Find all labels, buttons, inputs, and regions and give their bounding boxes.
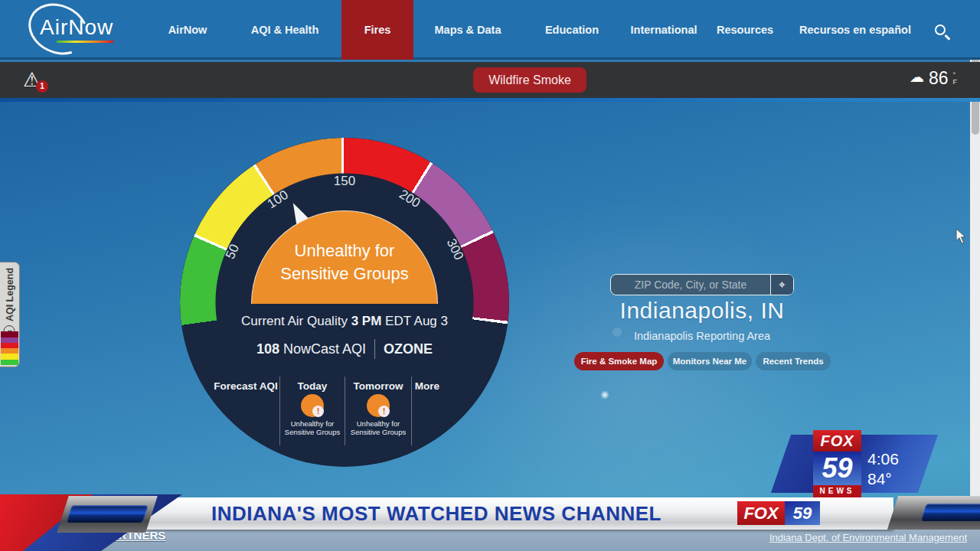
tab-today[interactable]: Today bbox=[298, 380, 328, 392]
cloud-icon: ☁ bbox=[910, 68, 924, 86]
zip-search-input[interactable] bbox=[611, 275, 770, 295]
ticker-right-endcap bbox=[887, 496, 980, 530]
zip-search-box: ⌖ bbox=[610, 274, 794, 295]
channel-number: 59 bbox=[813, 452, 861, 485]
airnow-logo-rainbow-bar bbox=[57, 41, 113, 43]
condition-line2: Sensitive Groups bbox=[344, 428, 413, 436]
aqi-value: 108 bbox=[256, 341, 279, 357]
gauge-category-text: Unhealthy for Sensitive Groups bbox=[253, 240, 436, 285]
fire-smoke-map-button[interactable]: Fire & Smoke Map bbox=[574, 352, 664, 370]
aqi-legend-label-group: ‹ AQI Legend bbox=[4, 268, 15, 337]
tab-more[interactable]: More bbox=[415, 380, 439, 392]
legend-swatch-good bbox=[1, 360, 18, 365]
warning-count-badge: 1 bbox=[36, 80, 48, 93]
alert-bar: ⚠ 1 Wildfire Smoke ☁ 86 ° F bbox=[0, 62, 980, 98]
top-nav-bar: AirNow AirNow AQI & Health Fires Maps & … bbox=[0, 0, 980, 60]
fox59-bug-logo: FOX 59 NEWS bbox=[813, 430, 861, 497]
aqi-legend-tab[interactable]: ‹ AQI Legend bbox=[0, 262, 20, 367]
footer-idem-link[interactable]: Indiana Dept. of Environmental Managemen… bbox=[769, 532, 967, 543]
ticker-fox-logo: FOX bbox=[737, 501, 785, 525]
pollutant-name: OZONE bbox=[384, 341, 433, 357]
legend-swatch-moderate bbox=[1, 354, 18, 359]
tab-forecast-aqi[interactable]: Forecast AQI bbox=[214, 380, 278, 392]
ticker-left-pill bbox=[66, 505, 148, 523]
condition-line1: Unhealthy for bbox=[278, 419, 347, 428]
search-icon bbox=[935, 24, 946, 35]
aqi-legend-swatches bbox=[1, 331, 18, 365]
forecast-icon-today: ! bbox=[301, 394, 324, 417]
divider bbox=[374, 339, 375, 359]
temperature-unit: ° F bbox=[953, 72, 958, 86]
nav-item-resources[interactable]: Resources bbox=[717, 0, 773, 60]
weather-widget[interactable]: ☁ 86 ° F bbox=[910, 68, 957, 89]
broadcast-temperature: 84° bbox=[867, 470, 892, 488]
nav-item-airnow[interactable]: AirNow bbox=[168, 0, 207, 60]
aqi-legend-label: AQI Legend bbox=[4, 268, 15, 321]
city-title: Indianapolis, IN bbox=[564, 298, 840, 324]
exclamation-badge-icon: ! bbox=[378, 406, 390, 417]
forecast-condition-today: Unhealthy for Sensitive Groups bbox=[278, 419, 347, 436]
gauge-tick-150: 150 bbox=[334, 174, 355, 189]
nav-item-recursos[interactable]: Recursos en español bbox=[799, 0, 911, 60]
exclamation-badge-icon: ! bbox=[312, 406, 324, 417]
forecast-condition-tomorrow: Unhealthy for Sensitive Groups bbox=[344, 419, 413, 436]
aqi-gauge: 50 100 150 200 300 Unhealthy for Sensiti… bbox=[180, 138, 509, 467]
fahrenheit-symbol: F bbox=[953, 79, 958, 86]
hero-accent-strip bbox=[0, 98, 980, 102]
nav-item-aqi-health[interactable]: AQI & Health bbox=[251, 0, 319, 60]
nav-item-fires[interactable]: Fires bbox=[364, 0, 391, 60]
lens-flare-sparkle bbox=[600, 390, 609, 399]
locate-me-button[interactable]: ⌖ bbox=[770, 275, 793, 295]
crosshair-icon: ⌖ bbox=[779, 278, 785, 291]
category-line1: Unhealthy for bbox=[253, 240, 436, 262]
legend-swatch-usg bbox=[1, 348, 18, 354]
broadcast-time: 4:06 bbox=[867, 450, 899, 468]
ticker-59-logo: 59 bbox=[785, 501, 820, 525]
aqi-label: NowCast AQI bbox=[283, 341, 366, 357]
current-time: 3 PM bbox=[351, 314, 382, 328]
legend-swatch-unhealthy bbox=[1, 343, 18, 348]
ticker-right-pill bbox=[920, 504, 980, 521]
monitors-near-me-button[interactable]: Monitors Near Me bbox=[668, 352, 752, 370]
ticker-left-endcap bbox=[57, 496, 158, 533]
nowcast-aqi-line: 108 NowCast AQI OZONE bbox=[214, 339, 475, 359]
screen: ▲ ▼ AirNow AirNow AQI & Health Fires Map… bbox=[0, 0, 980, 551]
nav-item-maps-data[interactable]: Maps & Data bbox=[434, 0, 501, 60]
airnow-logo-text: AirNow bbox=[40, 15, 113, 40]
recent-trends-button[interactable]: Recent Trends bbox=[756, 352, 831, 370]
ticker-headline: INDIANA'S MOST WATCHED NEWS CHANNEL bbox=[153, 502, 720, 526]
current-temperature: 86 bbox=[929, 68, 949, 89]
forecast-icon-tomorrow: ! bbox=[367, 394, 390, 417]
current-label: Current Air Quality bbox=[241, 314, 348, 328]
fox-wordmark: FOX bbox=[813, 430, 861, 452]
nav-search-button[interactable] bbox=[935, 0, 946, 60]
reporting-area-label: Indianapolis Reporting Area bbox=[564, 330, 840, 342]
current-air-quality-line: Current Air Quality 3 PM EDT Aug 3 bbox=[222, 314, 467, 329]
condition-line2: Sensitive Groups bbox=[278, 428, 347, 436]
condition-line1: Unhealthy for bbox=[344, 419, 413, 428]
news-wordmark: NEWS bbox=[813, 485, 861, 497]
legend-swatch-very-unhealthy bbox=[1, 337, 18, 343]
airnow-logo[interactable]: AirNow bbox=[21, 3, 136, 57]
nav-item-education[interactable]: Education bbox=[545, 0, 599, 60]
mouse-cursor bbox=[956, 228, 967, 247]
category-line2: Sensitive Groups bbox=[253, 262, 436, 285]
tab-tomorrow[interactable]: Tomorrow bbox=[354, 380, 403, 392]
current-date: EDT Aug 3 bbox=[385, 314, 448, 328]
legend-swatch-hazardous bbox=[1, 331, 18, 337]
wildfire-smoke-button[interactable]: Wildfire Smoke bbox=[473, 67, 586, 93]
nav-item-international[interactable]: International bbox=[630, 0, 697, 60]
